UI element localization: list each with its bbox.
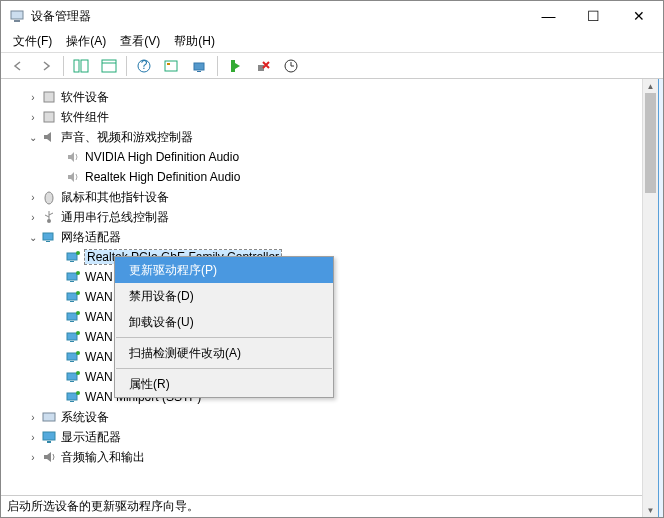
app-icon — [9, 8, 25, 24]
close-button[interactable]: ✕ — [616, 1, 661, 31]
tree-node[interactable]: ›音频输入和输出 — [5, 447, 638, 467]
speaker-icon — [65, 169, 81, 185]
svg-rect-12 — [231, 60, 235, 72]
toolbar-separator — [217, 56, 218, 76]
svg-rect-45 — [67, 393, 77, 400]
context-menu-separator — [116, 337, 332, 338]
expander-icon[interactable]: ⌄ — [25, 229, 41, 245]
expander-icon[interactable]: › — [25, 89, 41, 105]
netadapter-icon — [65, 329, 81, 345]
tree-node-label: 系统设备 — [61, 409, 109, 426]
svg-rect-39 — [67, 353, 77, 360]
expander-icon[interactable] — [49, 349, 65, 365]
tree-node[interactable]: ›显示适配器 — [5, 427, 638, 447]
context-menu-item[interactable]: 更新驱动程序(P) — [115, 257, 333, 283]
svg-point-44 — [76, 371, 80, 375]
context-menu-item[interactable]: 禁用设备(D) — [115, 283, 333, 309]
svg-rect-46 — [70, 401, 74, 402]
tree-node[interactable]: NVIDIA High Definition Audio — [5, 147, 638, 167]
svg-point-47 — [76, 391, 80, 395]
device-tree[interactable]: ›软件设备›软件组件⌄声音、视频和游戏控制器NVIDIA High Defini… — [1, 79, 642, 495]
netadapter-icon — [65, 389, 81, 405]
svg-point-41 — [76, 351, 80, 355]
action-button[interactable] — [161, 55, 183, 77]
tree-node[interactable]: Realtek High Definition Audio — [5, 167, 638, 187]
svg-line-21 — [45, 215, 49, 217]
show-hide-tree-button[interactable] — [70, 55, 92, 77]
expander-icon[interactable]: › — [25, 429, 41, 445]
menu-help[interactable]: 帮助(H) — [174, 33, 215, 50]
expander-icon[interactable]: › — [25, 449, 41, 465]
tree-node[interactable]: ›系统设备 — [5, 407, 638, 427]
svg-rect-4 — [102, 60, 116, 72]
svg-point-17 — [45, 192, 53, 204]
tree-node[interactable]: ⌄声音、视频和游戏控制器 — [5, 127, 638, 147]
tree-node[interactable]: ›通用串行总线控制器 — [5, 207, 638, 227]
scrollbar-thumb[interactable] — [645, 93, 656, 193]
help-button[interactable]: ? — [133, 55, 155, 77]
properties-button[interactable] — [98, 55, 120, 77]
svg-rect-16 — [44, 112, 54, 122]
menu-file[interactable]: 文件(F) — [13, 33, 52, 50]
scroll-down-arrow[interactable]: ▼ — [643, 503, 658, 517]
device-icon — [41, 89, 57, 105]
scroll-up-arrow[interactable]: ▲ — [643, 79, 658, 93]
svg-point-32 — [76, 291, 80, 295]
expander-icon[interactable] — [49, 309, 65, 325]
svg-rect-8 — [165, 61, 177, 71]
svg-rect-2 — [74, 60, 79, 72]
vertical-scrollbar[interactable]: ▲ ▼ — [642, 79, 658, 517]
network-icon — [41, 229, 57, 245]
tree-node-label: 显示适配器 — [61, 429, 121, 446]
svg-rect-31 — [70, 301, 74, 302]
expander-icon[interactable]: › — [25, 189, 41, 205]
statusbar-text: 启动所选设备的更新驱动程序向导。 — [7, 498, 199, 515]
enable-button[interactable] — [224, 55, 246, 77]
svg-rect-49 — [43, 432, 55, 440]
expander-icon[interactable]: › — [25, 109, 41, 125]
statusbar: 启动所选设备的更新驱动程序向导。 — [1, 495, 642, 517]
expander-icon[interactable] — [49, 249, 65, 265]
svg-rect-11 — [197, 71, 201, 72]
menubar: 文件(F) 操作(A) 查看(V) 帮助(H) — [1, 31, 663, 53]
audioio-icon — [41, 449, 57, 465]
update-driver-button[interactable] — [280, 55, 302, 77]
context-menu-item[interactable]: 卸载设备(U) — [115, 309, 333, 335]
tree-node[interactable]: ›鼠标和其他指针设备 — [5, 187, 638, 207]
svg-rect-10 — [194, 63, 204, 70]
main-row: ›软件设备›软件组件⌄声音、视频和游戏控制器NVIDIA High Defini… — [1, 79, 663, 517]
svg-rect-48 — [43, 413, 55, 421]
expander-icon[interactable] — [49, 169, 65, 185]
svg-rect-1 — [14, 20, 20, 22]
system-icon — [41, 409, 57, 425]
expander-icon[interactable]: › — [25, 209, 41, 225]
tree-node[interactable]: ›软件组件 — [5, 107, 638, 127]
svg-rect-40 — [70, 361, 74, 362]
context-menu-item[interactable]: 扫描检测硬件改动(A) — [115, 340, 333, 366]
scan-hardware-button[interactable] — [189, 55, 211, 77]
device-icon — [41, 109, 57, 125]
tree-node-label: 音频输入和输出 — [61, 449, 145, 466]
titlebar: 设备管理器 — ☐ ✕ — [1, 1, 663, 31]
uninstall-button[interactable] — [252, 55, 274, 77]
svg-point-26 — [76, 251, 80, 255]
expander-icon[interactable] — [49, 329, 65, 345]
svg-rect-25 — [70, 261, 74, 262]
back-button[interactable] — [7, 55, 29, 77]
expander-icon[interactable] — [49, 269, 65, 285]
menu-view[interactable]: 查看(V) — [120, 33, 160, 50]
expander-icon[interactable] — [49, 149, 65, 165]
expander-icon[interactable]: ⌄ — [25, 129, 41, 145]
minimize-button[interactable]: — — [526, 1, 571, 31]
tree-node[interactable]: ⌄网络适配器 — [5, 227, 638, 247]
svg-text:?: ? — [141, 59, 148, 72]
forward-button[interactable] — [35, 55, 57, 77]
context-menu-item[interactable]: 属性(R) — [115, 371, 333, 397]
expander-icon[interactable] — [49, 369, 65, 385]
tree-node[interactable]: ›软件设备 — [5, 87, 638, 107]
expander-icon[interactable] — [49, 289, 65, 305]
expander-icon[interactable]: › — [25, 409, 41, 425]
maximize-button[interactable]: ☐ — [571, 1, 616, 31]
menu-action[interactable]: 操作(A) — [66, 33, 106, 50]
expander-icon[interactable] — [49, 389, 65, 405]
